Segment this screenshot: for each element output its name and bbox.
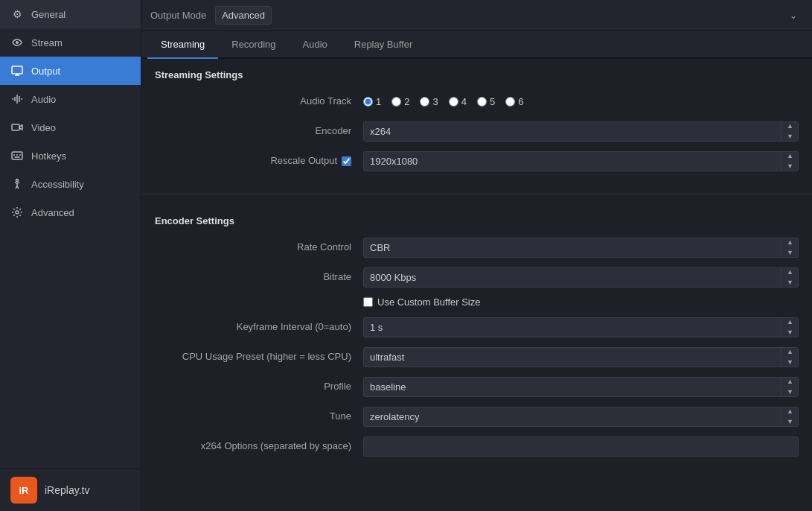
output-mode-wrapper: Simple Advanced bbox=[215, 6, 803, 25]
bitrate-row: Bitrate ▲ ▼ bbox=[155, 267, 799, 288]
profile-up[interactable]: ▲ bbox=[781, 377, 799, 387]
keyframe-input[interactable] bbox=[363, 317, 799, 337]
encoder-up[interactable]: ▲ bbox=[781, 121, 799, 132]
cpu-usage-row: CPU Usage Preset (higher = less CPU) ▲ ▼ bbox=[155, 346, 799, 367]
custom-buffer-checkbox[interactable] bbox=[363, 297, 373, 307]
keyframe-wrapper: ▲ ▼ bbox=[363, 317, 799, 337]
keyframe-down[interactable]: ▼ bbox=[781, 327, 799, 337]
rate-control-down[interactable]: ▼ bbox=[781, 247, 799, 258]
sidebar-item-video[interactable]: Video bbox=[0, 113, 141, 142]
sidebar-item-general[interactable]: ⚙ General bbox=[0, 0, 141, 28]
sidebar-item-label: General bbox=[31, 9, 65, 20]
bitrate-arrows: ▲ ▼ bbox=[781, 267, 799, 288]
audio-track-2[interactable]: 2 bbox=[391, 96, 409, 107]
keyframe-label: Keyframe Interval (0=auto) bbox=[155, 320, 363, 334]
rescale-output-control: ▲ ▼ bbox=[363, 151, 799, 171]
custom-buffer-row: Use Custom Buffer Size bbox=[155, 296, 799, 308]
encoder-down[interactable]: ▼ bbox=[781, 131, 799, 142]
svg-rect-1 bbox=[12, 66, 22, 74]
streaming-settings-title: Streaming Settings bbox=[155, 69, 799, 80]
main-content: Output Mode Simple Advanced Streaming Re… bbox=[141, 0, 812, 511]
encoder-row: Encoder ▲ ▼ bbox=[155, 121, 799, 142]
rescale-resolution-arrows: ▲ ▼ bbox=[781, 151, 799, 171]
rate-control-control: ▲ ▼ bbox=[363, 238, 799, 258]
tune-down[interactable]: ▼ bbox=[781, 416, 799, 427]
cpu-usage-control: ▲ ▼ bbox=[363, 347, 799, 367]
cpu-usage-down[interactable]: ▼ bbox=[781, 357, 799, 367]
tune-row: Tune ▲ ▼ bbox=[155, 406, 799, 427]
sidebar-item-label: Video bbox=[31, 122, 56, 133]
tune-input[interactable] bbox=[363, 407, 799, 427]
bitrate-up[interactable]: ▲ bbox=[781, 267, 799, 278]
cpu-usage-wrapper: ▲ ▼ bbox=[363, 347, 799, 367]
rescale-down[interactable]: ▼ bbox=[781, 161, 799, 171]
profile-input[interactable] bbox=[363, 377, 799, 397]
stream-icon bbox=[10, 36, 24, 49]
sidebar-item-hotkeys[interactable]: Hotkeys bbox=[0, 142, 141, 170]
sidebar-item-output[interactable]: Output bbox=[0, 57, 141, 85]
profile-wrapper: ▲ ▼ bbox=[363, 377, 799, 397]
sidebar-item-label: Audio bbox=[31, 94, 56, 105]
keyframe-up[interactable]: ▲ bbox=[781, 317, 799, 328]
brand-name: iReplay.tv bbox=[45, 484, 89, 496]
tab-streaming[interactable]: Streaming bbox=[147, 31, 218, 59]
sidebar-item-advanced[interactable]: Advanced bbox=[0, 198, 141, 226]
rate-control-row: Rate Control ▲ ▼ bbox=[155, 237, 799, 258]
rescale-resolution-wrapper: ▲ ▼ bbox=[363, 151, 799, 171]
cpu-usage-up[interactable]: ▲ bbox=[781, 347, 799, 358]
rescale-up[interactable]: ▲ bbox=[781, 151, 799, 162]
encoder-arrows: ▲ ▼ bbox=[781, 121, 799, 142]
audio-track-label: Audio Track bbox=[155, 95, 363, 108]
rescale-output-label: Rescale Output bbox=[270, 154, 337, 168]
tab-replay-buffer[interactable]: Replay Buffer bbox=[341, 31, 426, 59]
rate-control-label: Rate Control bbox=[155, 241, 363, 254]
hotkeys-icon bbox=[10, 149, 24, 162]
cpu-usage-label: CPU Usage Preset (higher = less CPU) bbox=[155, 350, 363, 364]
x264-options-control bbox=[363, 437, 799, 457]
audio-icon bbox=[10, 92, 24, 106]
encoder-input[interactable] bbox=[363, 121, 799, 142]
bitrate-label: Bitrate bbox=[155, 270, 363, 284]
keyframe-arrows: ▲ ▼ bbox=[781, 317, 799, 337]
cpu-usage-input[interactable] bbox=[363, 347, 799, 367]
bitrate-input[interactable] bbox=[363, 267, 799, 288]
sidebar-item-audio[interactable]: Audio bbox=[0, 85, 141, 113]
sidebar-item-label: Stream bbox=[31, 37, 63, 48]
rate-control-arrows: ▲ ▼ bbox=[781, 238, 799, 258]
svg-rect-9 bbox=[12, 124, 19, 130]
audio-track-6[interactable]: 6 bbox=[505, 96, 523, 107]
tab-recording[interactable]: Recording bbox=[218, 31, 289, 59]
bitrate-down[interactable]: ▼ bbox=[781, 277, 799, 288]
rescale-output-row: Rescale Output ▲ ▼ bbox=[155, 150, 799, 171]
profile-control: ▲ ▼ bbox=[363, 377, 799, 397]
profile-down[interactable]: ▼ bbox=[781, 387, 799, 397]
rescale-resolution-input[interactable] bbox=[363, 151, 799, 171]
profile-row: Profile ▲ ▼ bbox=[155, 376, 799, 397]
gear-icon: ⚙ bbox=[10, 7, 24, 21]
bitrate-control: ▲ ▼ bbox=[363, 267, 799, 288]
output-mode-select[interactable]: Simple Advanced bbox=[215, 6, 272, 25]
rate-control-input[interactable] bbox=[363, 238, 799, 258]
svg-point-0 bbox=[16, 41, 19, 44]
x264-options-input[interactable] bbox=[363, 437, 799, 457]
audio-track-4[interactable]: 4 bbox=[449, 96, 467, 107]
audio-track-row: Audio Track 1 2 3 bbox=[155, 91, 799, 112]
tune-control: ▲ ▼ bbox=[363, 407, 799, 427]
tune-up[interactable]: ▲ bbox=[781, 407, 799, 417]
keyframe-row: Keyframe Interval (0=auto) ▲ ▼ bbox=[155, 317, 799, 337]
rate-control-wrapper: ▲ ▼ bbox=[363, 238, 799, 258]
sidebar-item-stream[interactable]: Stream bbox=[0, 28, 141, 57]
settings-content: Streaming Settings Audio Track 1 2 bbox=[141, 59, 812, 511]
audio-track-5[interactable]: 5 bbox=[477, 96, 495, 107]
tab-audio[interactable]: Audio bbox=[290, 31, 341, 59]
sidebar-item-accessibility[interactable]: Accessibility bbox=[0, 170, 141, 198]
rate-control-up[interactable]: ▲ bbox=[781, 238, 799, 248]
audio-track-1[interactable]: 1 bbox=[363, 96, 381, 107]
tune-wrapper: ▲ ▼ bbox=[363, 407, 799, 427]
audio-track-3[interactable]: 3 bbox=[420, 96, 438, 107]
rescale-output-checkbox[interactable] bbox=[342, 156, 351, 166]
advanced-icon bbox=[10, 206, 24, 219]
brand-section: iR iReplay.tv bbox=[0, 469, 141, 511]
profile-arrows: ▲ ▼ bbox=[781, 377, 799, 397]
tune-label: Tune bbox=[155, 410, 363, 423]
